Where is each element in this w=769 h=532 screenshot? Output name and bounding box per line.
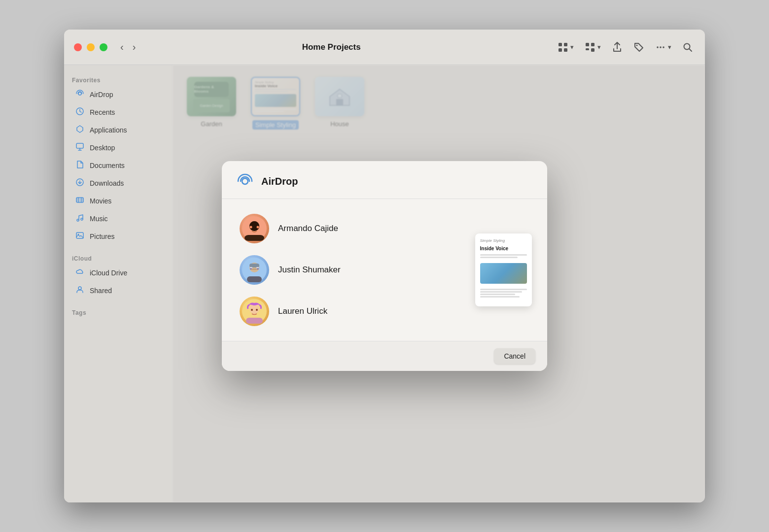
content-area: Favorites AirDrop [64, 65, 705, 502]
doc-preview-subtitle: Simple Styling [480, 238, 527, 243]
doc-preview-heading: Inside Voice [480, 246, 527, 251]
avatar-lauren [240, 297, 269, 326]
doc-line [480, 289, 527, 290]
modal-body: Armando Cajide [222, 199, 547, 341]
doc-line [480, 291, 523, 293]
doc-preview: Simple Styling Inside Voice [471, 214, 535, 326]
airdrop-modal-backdrop: AirDrop [64, 65, 705, 502]
svg-rect-41 [256, 267, 259, 268]
svg-point-26 [242, 178, 248, 184]
person-name-justin: Justin Shumaker [278, 265, 341, 275]
person-name-armando: Armando Cajide [278, 224, 338, 233]
person-name-lauren: Lauren Ulrick [278, 306, 327, 316]
avatar-armando [240, 214, 269, 243]
person-item-armando[interactable]: Armando Cajide [226, 208, 467, 249]
cancel-button[interactable]: Cancel [494, 348, 535, 364]
svg-point-45 [256, 309, 258, 311]
svg-rect-30 [245, 235, 264, 241]
doc-image-placeholder [480, 263, 527, 284]
person-item-justin[interactable]: Justin Shumaker [226, 249, 467, 291]
doc-preview-body-2 [480, 289, 527, 298]
svg-rect-35 [249, 264, 259, 267]
modal-header: AirDrop [222, 161, 547, 199]
doc-line [480, 296, 520, 298]
doc-preview-body [480, 254, 527, 258]
doc-line [480, 257, 518, 258]
svg-rect-38 [252, 268, 257, 270]
svg-rect-46 [246, 318, 263, 324]
finder-window: ‹ › Home Projects ▾ [64, 30, 705, 502]
svg-rect-40 [250, 267, 252, 268]
people-list: Armando Cajide [222, 204, 471, 336]
doc-preview-inner: Simple Styling Inside Voice [475, 233, 532, 306]
doc-line [480, 294, 515, 295]
doc-line [480, 254, 527, 256]
airdrop-modal: AirDrop [222, 161, 547, 371]
modal-title: AirDrop [261, 176, 298, 187]
svg-rect-39 [247, 276, 262, 282]
person-item-lauren[interactable]: Lauren Ulrick [226, 291, 467, 332]
airdrop-modal-icon [236, 172, 254, 191]
svg-point-32 [257, 226, 259, 229]
svg-point-31 [250, 226, 252, 229]
svg-point-44 [251, 309, 253, 311]
modal-footer: Cancel [222, 341, 547, 371]
avatar-justin [240, 255, 269, 285]
